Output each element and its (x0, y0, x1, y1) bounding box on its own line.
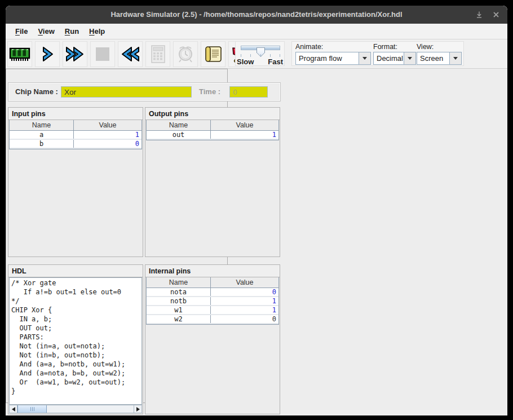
input-pins-panel: Input pins Name Value a 1 b 0 (8, 107, 143, 257)
animate-select[interactable]: Program flow (295, 52, 371, 65)
triangle-right-icon (136, 407, 140, 412)
scroll-left-button[interactable] (10, 405, 17, 413)
chip-name-label: Chip Name : (15, 87, 58, 96)
column-header-name: Name (10, 120, 74, 130)
run-button[interactable] (63, 41, 87, 67)
pin-value: 1 (211, 306, 278, 314)
slider-track[interactable] (241, 46, 280, 50)
internal-pins-table: Name Value nota 0 notb 1 w1 1 w2 0 (146, 277, 279, 325)
speed-slider-panel: Slow Fast (235, 41, 285, 66)
minimize-icon (474, 10, 484, 20)
chevron-right-icon (39, 45, 56, 63)
hdl-title: HDL (8, 265, 143, 277)
time-field: 0 (229, 86, 268, 98)
load-chip-button[interactable] (7, 41, 32, 67)
column-header-name: Name (147, 277, 211, 288)
column-header-value: Value (211, 120, 278, 130)
gray-square-icon (95, 47, 110, 61)
chevron-down-icon[interactable] (449, 52, 462, 65)
main-content: Chip Name : Xor Time : 0 Input pins Name… (6, 69, 507, 415)
single-step-button[interactable] (35, 41, 60, 67)
dropdown-panel: Animate: Program flow Format: Decimal Vi… (291, 41, 464, 66)
format-label: Format: (373, 43, 416, 51)
calculator-button (145, 41, 170, 67)
menu-file[interactable]: File (10, 25, 33, 38)
double-chevron-right-icon (64, 45, 86, 63)
pin-name: out (147, 131, 211, 139)
reset-button[interactable] (118, 41, 143, 67)
slider-ticks (241, 54, 280, 57)
memory-chip-icon (8, 45, 31, 64)
pin-value: 1 (211, 297, 278, 305)
pin-name: nota (147, 288, 211, 296)
pin-value: 1 (211, 131, 278, 139)
table-row: out 1 (147, 131, 278, 140)
internal-pins-title: Internal pins (145, 265, 280, 277)
app-window: Hardware Simulator (2.5) - /home/thomas/… (6, 6, 507, 415)
chevron-down-icon[interactable] (359, 52, 371, 65)
view-value: Screen (417, 52, 449, 65)
view-select[interactable]: Screen (417, 52, 462, 65)
pin-name: b (10, 140, 74, 148)
time-label: Time : (199, 87, 220, 96)
menu-view[interactable]: View (33, 25, 59, 38)
output-pins-table: Name Value out 1 (146, 120, 279, 140)
close-button[interactable] (489, 8, 503, 21)
column-header-name: Name (147, 120, 211, 130)
format-select[interactable]: Decimal (373, 52, 416, 65)
scroll-icon (203, 45, 223, 64)
table-row: a 1 (10, 131, 141, 140)
chip-name-bar: Chip Name : Xor Time : 0 (8, 82, 281, 101)
pin-value[interactable]: 0 (74, 140, 141, 148)
pin-value[interactable]: 1 (74, 131, 141, 139)
slider-fast-label: Fast (268, 58, 283, 66)
title-bar: Hardware Simulator (2.5) - /home/thomas/… (6, 6, 507, 24)
double-chevron-left-icon (120, 45, 141, 63)
toolbar-buttons (7, 41, 253, 67)
pin-name: w1 (147, 306, 211, 314)
scrollbar-thumb[interactable] (17, 405, 47, 413)
table-row: notb 1 (147, 297, 278, 306)
view-script-button[interactable] (201, 41, 225, 67)
clock-button (173, 41, 198, 67)
input-pins-table: Name Value a 1 b 0 (9, 120, 142, 149)
menu-run[interactable]: Run (60, 25, 84, 38)
animate-value: Program flow (295, 52, 359, 65)
hdl-code-view: /* Xor gate If a!=b out=1 else out=0 */ … (9, 277, 142, 405)
column-header-value: Value (211, 277, 278, 288)
hdl-horizontal-scrollbar[interactable] (9, 405, 142, 413)
chip-name-field[interactable]: Xor (61, 86, 192, 98)
menu-bar: File View Run Help (6, 24, 507, 39)
view-label: View: (417, 43, 462, 51)
hdl-panel: HDL /* Xor gate If a!=b out=1 else out=0… (8, 264, 143, 414)
table-row: b 0 (10, 140, 141, 149)
table-row: nota 0 (147, 288, 278, 297)
internal-pins-panel: Internal pins Name Value nota 0 notb 1 w… (145, 264, 280, 414)
input-pins-title: Input pins (8, 108, 143, 120)
output-pins-panel: Output pins Name Value out 1 (145, 107, 280, 257)
animate-label: Animate: (295, 43, 371, 51)
output-pins-title: Output pins (145, 108, 280, 120)
chevron-down-icon[interactable] (404, 52, 416, 65)
stop-button (90, 41, 115, 67)
window-title: Hardware Simulator (2.5) - /home/thomas/… (6, 6, 507, 24)
close-icon (492, 10, 501, 19)
pin-value: 0 (211, 288, 278, 296)
pin-value: 0 (211, 315, 278, 323)
pin-name: w2 (147, 315, 211, 323)
table-row: w2 0 (147, 315, 278, 324)
column-header-value: Value (74, 120, 141, 130)
scroll-right-button[interactable] (134, 405, 141, 413)
pin-name: notb (147, 297, 211, 305)
toolbar: Slow Fast Animate: Program flow Format: … (6, 39, 507, 69)
minimize-button[interactable] (472, 8, 486, 21)
triangle-left-icon (12, 407, 15, 412)
table-row: w1 1 (147, 306, 278, 315)
pin-name: a (10, 131, 74, 139)
slider-slow-label: Slow (237, 58, 254, 66)
alarm-clock-icon (175, 44, 196, 64)
menu-help[interactable]: Help (84, 25, 110, 38)
calculator-icon (149, 44, 167, 64)
format-value: Decimal (373, 52, 404, 65)
